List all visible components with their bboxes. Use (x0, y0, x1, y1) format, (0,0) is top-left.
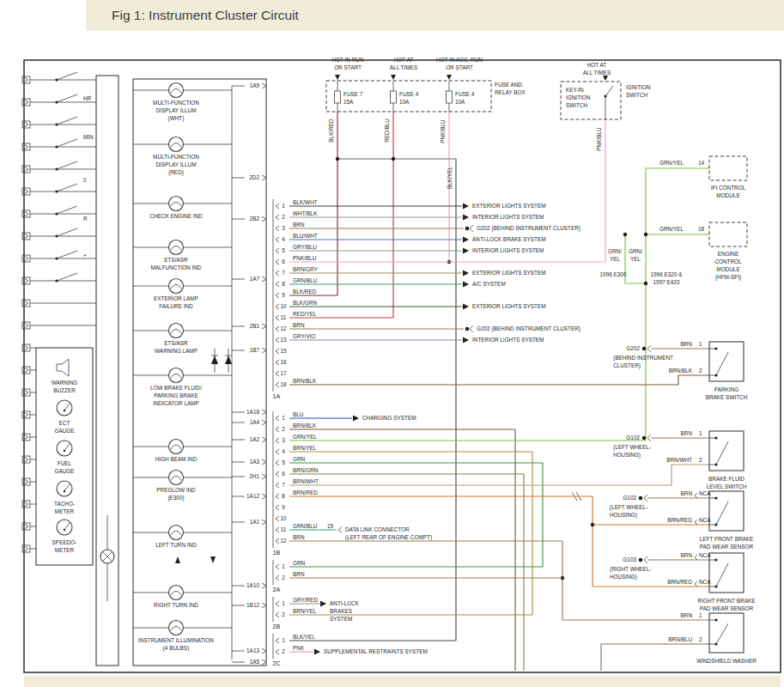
wire-color-label: GRN (293, 560, 306, 566)
wire-color-label: BRN/WHT (666, 457, 692, 463)
connector-group-label: 2A (273, 586, 281, 593)
dest-label: CHARGING SYSTEM (362, 415, 416, 421)
junction-dot (392, 157, 395, 161)
component-name: WINDSHIELD WASHER (696, 658, 757, 664)
wire-color-label: BRN/RED (293, 489, 318, 495)
indicator-label: RIGHT TURN IND (154, 602, 198, 608)
wire-color-label: BRN (293, 222, 305, 228)
fuse-rating: 10A (399, 99, 410, 105)
ground-name: G103 (623, 556, 636, 562)
ground-icon (465, 327, 470, 331)
module-pin-number: 14 (698, 160, 705, 166)
cluster-pin-label: 1A4 (250, 419, 260, 425)
wire-color-label: BLK/WHT (293, 199, 318, 205)
indicator-label: (4 BULBS) (163, 645, 190, 652)
pin-number: 2 (699, 636, 702, 642)
ground-location: (LEFT WHEEL- (610, 504, 647, 511)
key-in-switch-label: KEY-IN (566, 87, 584, 93)
pin-number: 3 (282, 437, 285, 443)
dest-label: BRAKES (330, 608, 352, 614)
wire-color-label: BRN (293, 534, 305, 540)
wire-color-label: BRN (681, 490, 693, 496)
pin-number: 2 (282, 426, 285, 432)
wire-color-label: WHT/BLK (293, 210, 318, 216)
pin-number: 11 (281, 314, 287, 320)
power-feed-label: ALL TIMES (390, 64, 417, 70)
indicator-label: (WHT) (168, 115, 185, 122)
bottom-band (24, 676, 781, 687)
dest-label: INTERIOR LIGHTS SYSTEM (472, 337, 544, 343)
dest-label: (LEFT REAR OF ENGINE COMPT) (345, 534, 432, 541)
indicator-label: (E300) (167, 495, 184, 502)
indicator-label: WARNING LAMP (155, 348, 198, 354)
pin-number: NCA (699, 552, 711, 558)
indicator-label: DISPLAY ILLUM (155, 161, 196, 167)
pin-number: 6 (282, 471, 285, 477)
indicator-label: MALFUNCTION IND (151, 264, 202, 271)
indicator-label: PREGLOW IND (156, 487, 196, 493)
pin-number: 9 (282, 504, 285, 510)
wire-color-label: BRN/YEL (293, 608, 317, 614)
wire-color-label: BRN/RED (667, 579, 692, 585)
pin-number: 2 (699, 457, 702, 463)
power-feed-label: ALL TIMES (583, 70, 611, 76)
gauge-label: FUEL (58, 460, 72, 466)
indicator-label: INDICATOR LAMP (153, 400, 199, 406)
wire-color-label: BRN/BLK (293, 423, 317, 429)
fuse-rating: 15A (343, 99, 354, 105)
ground-location: CLUSTER) (613, 362, 641, 369)
dest-label: INTERIOR LIGHTS SYSTEM (472, 214, 544, 220)
indicator-label: CHECK ENGINE IND (149, 213, 203, 219)
indicator-label: ETS/ASR (164, 257, 188, 263)
pin-number: 12 (280, 325, 287, 331)
dest-label: SYSTEM (330, 616, 352, 622)
dest-label: DATA LINK CONNECTOR (345, 526, 410, 532)
module-name: MODULE (716, 266, 739, 272)
dest-label: INTERIOR LIGHTS SYSTEM (472, 247, 544, 253)
ground-icon (642, 347, 647, 351)
pin-number: 5 (282, 459, 285, 465)
indicator-label: LOW BRAKE FLUID/ (150, 385, 202, 391)
cluster-pin-label: 1A18 (246, 409, 259, 415)
ground-location: HOUSING) (613, 452, 641, 459)
fuse-name: FUSE 4 (455, 91, 475, 97)
cluster-pin-label: 1B7 (250, 347, 260, 353)
cluster-pin-label: 1A1 (250, 519, 260, 525)
wire-color-label: BLK/RED (293, 289, 317, 295)
indicator-label: DISPLAY ILLUM (155, 107, 196, 113)
cluster-pin-label: 1A3 (250, 459, 260, 465)
cluster-pin-label: 1A12 (246, 493, 259, 499)
pin-number: 3 (282, 225, 285, 231)
pin-number: 1 (699, 612, 702, 618)
indicator-label: FAILURE IND (159, 303, 193, 309)
ground-name: G102 (626, 435, 640, 441)
pin-number: 2 (282, 648, 285, 654)
dial-position-label: + (83, 252, 87, 258)
pin-number: 1 (282, 203, 285, 209)
gauge-label: SPEEDO- (52, 539, 77, 545)
component-name: LEFT FRONT BRAKE (700, 536, 754, 542)
gauge-label: ECT (59, 420, 70, 426)
wire-color-label: BRN/WHT (293, 478, 319, 484)
cluster-pin-label: 2D2 (249, 174, 259, 180)
indicator-label: PARKING BRAKE (154, 392, 198, 398)
ground-name: G102 (623, 495, 636, 501)
pin-number: 2 (282, 611, 285, 617)
dial-position-label: R (83, 216, 88, 222)
wire-color-label: BRN (293, 571, 305, 577)
module-name: MODULE (716, 192, 739, 198)
fuse-box-label: RELAY BOX (495, 89, 526, 95)
wire-color-label: BRN/BLU (668, 636, 692, 642)
power-feed-label: HOT AT (587, 62, 607, 68)
wire-color-label: PNK/BLU (440, 119, 446, 143)
gauge-label: BUZZER (53, 387, 76, 393)
power-feed-label: HOT IN ACC, RUN (436, 57, 483, 63)
indicator-label: MULTI-FUNCTION (153, 100, 199, 106)
fuse-box-label: FUSE AND (495, 82, 522, 88)
pin-number: 4 (282, 448, 285, 454)
wire-color-label: GRN (293, 456, 306, 462)
cluster-pin-label: 1A5 (250, 659, 260, 665)
wire-color-label: BRN (681, 552, 693, 558)
page-title: Fig 1: Instrument Cluster Circuit (112, 8, 300, 22)
key-in-switch-label: IGNITION (566, 94, 591, 100)
